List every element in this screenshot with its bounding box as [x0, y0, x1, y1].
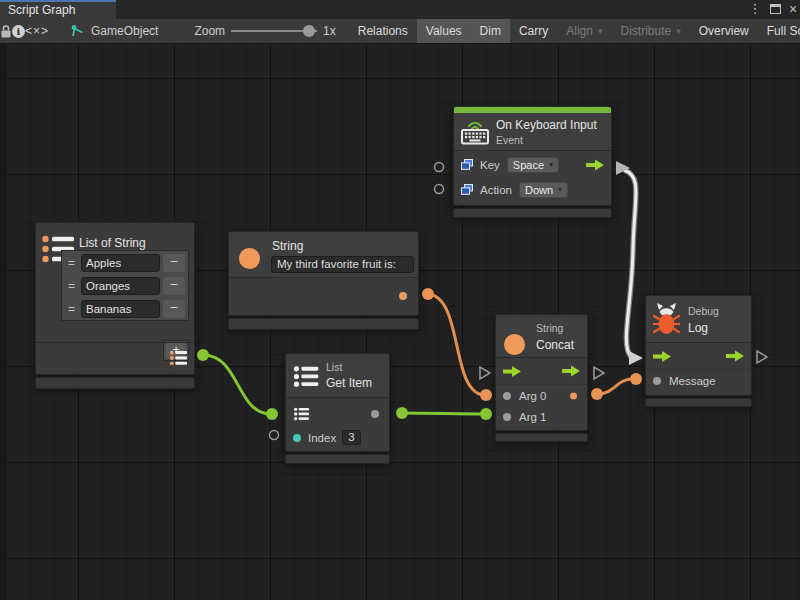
wire-knob[interactable] [422, 288, 434, 300]
node-concat[interactable]: String Concat Arg 0 [495, 314, 588, 442]
graph-toolbar: i <×> GameObject Zoom 1x Relations Value… [0, 19, 800, 44]
unconnected-control-triangle[interactable] [480, 367, 490, 379]
node-footer[interactable] [228, 318, 419, 330]
list-input-icon[interactable] [293, 407, 310, 421]
node-footer[interactable] [35, 377, 195, 389]
arg0-label: Arg 0 [519, 390, 547, 402]
string-value-field[interactable]: My third favorite fruit is: [271, 256, 414, 273]
carry-label: Carry [519, 24, 548, 38]
drag-handle-icon[interactable]: = [65, 279, 78, 293]
control-output-port[interactable] [562, 366, 580, 377]
wire-list-to-getitem[interactable] [203, 355, 271, 414]
control-wire-end-arrow[interactable] [629, 351, 643, 365]
control-input-port[interactable] [503, 366, 521, 377]
node-debug-log[interactable]: Debug Log Message [645, 295, 752, 407]
node-get-item[interactable]: List Get Item Index 3 [285, 353, 390, 464]
list-output-icon[interactable] [169, 350, 188, 366]
maximize-icon[interactable] [770, 4, 781, 14]
toolbar-button-relations[interactable]: Relations [349, 19, 417, 43]
control-wire-outline[interactable] [624, 170, 636, 357]
node-title: Get Item [326, 376, 372, 390]
control-output-port[interactable] [586, 159, 604, 170]
control-wire-start-arrow[interactable] [616, 161, 630, 175]
remove-item-button[interactable]: − [163, 300, 185, 318]
node-footer[interactable] [645, 398, 752, 407]
index-input-port[interactable] [293, 434, 301, 442]
toolbar-button-carry[interactable]: Carry [510, 19, 557, 43]
unconnected-port-circle[interactable] [270, 431, 279, 440]
list-item-field[interactable]: Oranges [81, 277, 160, 295]
drag-handle-icon[interactable]: = [65, 256, 78, 270]
key-dropdown[interactable]: Space ▾ [507, 157, 559, 173]
bug-icon [653, 303, 680, 336]
list-item-field[interactable]: Apples [81, 254, 160, 272]
unconnected-control-triangle[interactable] [757, 351, 767, 363]
wire-knob[interactable] [396, 407, 408, 419]
node-string-literal[interactable]: String My third favorite fruit is: [228, 231, 419, 330]
wire-string-to-arg0[interactable] [428, 294, 485, 395]
toolbar-button-fullscreen[interactable]: Full Scre [758, 19, 800, 43]
script-graph-window: Script Graph ⋮ × i <×> GameObject [0, 0, 800, 600]
toolbar-button-values[interactable]: Values [417, 19, 471, 43]
node-footer[interactable] [453, 208, 612, 218]
window-menu-icon[interactable]: ⋮ [748, 1, 762, 17]
index-value-field[interactable]: 3 [342, 430, 360, 445]
remove-item-button[interactable]: − [163, 277, 185, 295]
list-item-field[interactable]: Bananas [81, 300, 160, 318]
gameobject-reference[interactable]: GameObject [61, 19, 167, 43]
node-footer[interactable] [495, 433, 588, 442]
remove-item-button[interactable]: − [163, 254, 185, 272]
result-output-port[interactable] [570, 392, 577, 399]
list-icon [293, 365, 319, 388]
edit-source-button[interactable]: <×> [25, 19, 49, 43]
arg1-input-port[interactable] [503, 413, 511, 421]
wire-getitem-to-arg1[interactable] [402, 413, 485, 414]
string-icon [239, 248, 260, 269]
node-category: List [326, 361, 342, 373]
title-bar: Script Graph ⋮ × [0, 0, 800, 19]
control-output-port[interactable] [726, 351, 744, 362]
wire-knob[interactable] [480, 408, 492, 420]
wire-knob[interactable] [266, 408, 278, 420]
wire-knob[interactable] [591, 388, 603, 400]
zoom-control: Zoom 1x [185, 19, 344, 43]
wire-concat-to-message[interactable] [597, 379, 633, 394]
lock-button[interactable] [0, 19, 12, 43]
node-footer[interactable] [285, 454, 390, 464]
index-label: Index [308, 432, 336, 444]
toolbar-button-overview[interactable]: Overview [690, 19, 758, 43]
close-icon[interactable]: × [786, 1, 800, 17]
wire-knob[interactable] [480, 389, 492, 401]
control-input-port[interactable] [653, 351, 671, 362]
string-output-row [229, 278, 418, 314]
wire-knob[interactable] [197, 349, 209, 361]
control-row [496, 358, 587, 385]
unconnected-control-triangle[interactable] [594, 367, 604, 379]
zoom-slider-handle[interactable] [303, 25, 315, 37]
tab-script-graph[interactable]: Script Graph [0, 0, 116, 19]
distribute-label: Distribute [621, 24, 672, 38]
zoom-slider[interactable] [231, 30, 317, 32]
toolbar-button-distribute[interactable]: Distribute ▾ [612, 19, 690, 43]
wire-knob[interactable] [630, 373, 642, 385]
node-title: List of String [79, 236, 146, 250]
node-title: On Keyboard Input [496, 118, 597, 132]
action-dropdown[interactable]: Down ▾ [519, 182, 568, 198]
message-input-port[interactable] [653, 377, 661, 385]
graph-canvas[interactable]: On Keyboard Input Event Key Space ▾ [0, 44, 800, 600]
unconnected-port-circle[interactable] [435, 185, 444, 194]
control-wire[interactable] [624, 170, 636, 357]
item-output-port[interactable] [371, 410, 379, 418]
toolbar-button-dim[interactable]: Dim [471, 19, 510, 43]
zoom-value: 1x [323, 24, 336, 38]
node-on-keyboard-input[interactable]: On Keyboard Input Event Key Space ▾ [453, 106, 612, 218]
info-button[interactable]: i [12, 19, 25, 43]
node-list-of-string[interactable]: List of String = Apples − = Oranges − [35, 222, 195, 389]
unconnected-port-circle[interactable] [435, 163, 444, 172]
arg0-input-port[interactable] [503, 392, 511, 400]
drag-handle-icon[interactable]: = [65, 302, 78, 316]
toolbar-button-align[interactable]: Align ▾ [557, 19, 611, 43]
node-category: String [536, 322, 563, 334]
string-output-port[interactable] [399, 292, 407, 300]
key-label: Key [480, 159, 500, 171]
